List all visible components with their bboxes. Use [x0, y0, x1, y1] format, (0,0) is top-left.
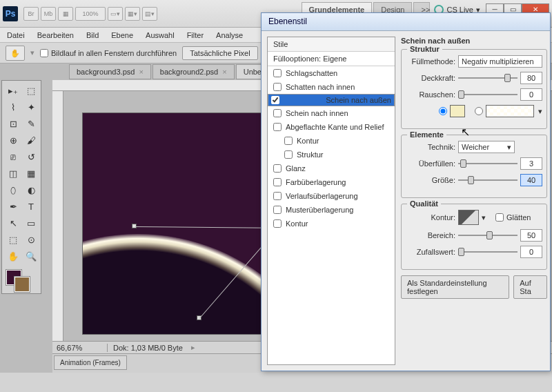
hand-tool[interactable]: ✋: [5, 249, 21, 264]
style-checkbox[interactable]: [284, 150, 293, 159]
jitter-slider[interactable]: [458, 246, 518, 257]
make-default-btn[interactable]: Als Standardeinstellung festlegen: [401, 275, 509, 299]
actual-pixels-btn[interactable]: Tatsächliche Pixel: [182, 46, 257, 60]
noise-value[interactable]: 0: [520, 88, 542, 101]
close-icon[interactable]: ×: [222, 68, 226, 76]
blur-tool[interactable]: ⬯: [5, 183, 21, 198]
style-checkbox[interactable]: [273, 83, 282, 91]
brush-tool[interactable]: 🖌: [23, 133, 39, 148]
style-checkbox[interactable]: [271, 96, 279, 104]
animation-tab[interactable]: Animation (Frames): [54, 355, 127, 370]
wand-tool[interactable]: ✦: [23, 100, 39, 115]
doc-tab-bg2[interactable]: background2.psd×: [152, 64, 235, 79]
3d-camera-tool[interactable]: ⊙: [23, 233, 39, 248]
fill-method-select[interactable]: Negativ multiplizieren: [458, 55, 542, 68]
style-verlaufs-berlagerung[interactable]: Verlaufsüberlagerung: [268, 189, 395, 203]
noise-slider[interactable]: [458, 89, 518, 100]
arrange-btn[interactable]: ▤▾: [142, 7, 157, 21]
eraser-tool[interactable]: ◫: [5, 166, 21, 182]
menu-bild[interactable]: Bild: [86, 31, 99, 39]
style-checkbox[interactable]: [273, 109, 282, 117]
spread-value[interactable]: 3: [520, 157, 542, 170]
zoom-tool[interactable]: 🔍: [23, 249, 39, 264]
style-checkbox[interactable]: [273, 178, 282, 186]
opacity-value[interactable]: 80: [520, 72, 542, 84]
style-schatten-nach-innen[interactable]: Schatten nach innen: [268, 80, 395, 94]
fill-options[interactable]: Füllooptionen: Eigene: [268, 52, 395, 66]
3d-tool[interactable]: ⬚: [5, 233, 21, 248]
menu-bearbeiten[interactable]: Bearbeiten: [37, 31, 74, 39]
style-checkbox[interactable]: [273, 123, 282, 131]
hand-tool-icon[interactable]: ✋: [6, 46, 25, 61]
ruler-vertical[interactable]: [52, 91, 63, 341]
fill-method-label: Füllmethode:: [406, 57, 455, 66]
style-checkbox[interactable]: [273, 206, 282, 214]
reset-default-btn[interactable]: Auf Sta: [513, 275, 547, 299]
menu-ebene[interactable]: Ebene: [111, 31, 133, 39]
minibridge-btn[interactable]: Mb: [41, 7, 56, 21]
range-slider[interactable]: [458, 230, 518, 241]
history-brush-tool[interactable]: ↺: [23, 150, 39, 165]
style-kontur[interactable]: Kontur: [268, 217, 395, 231]
move-tool[interactable]: ▸₊: [5, 84, 21, 99]
heal-tool[interactable]: ⊕: [5, 133, 21, 148]
opacity-slider[interactable]: [458, 72, 518, 84]
style-schein-nach-au-en[interactable]: Schein nach außen: [268, 94, 395, 106]
spread-slider[interactable]: [458, 158, 518, 169]
elemente-legend: Elemente: [407, 130, 446, 139]
glow-color[interactable]: [450, 105, 465, 117]
crop-tool[interactable]: ⊡: [5, 117, 21, 132]
lasso-tool[interactable]: ⌇: [5, 100, 21, 115]
style-abgeflachte-kante-und-relief[interactable]: Abgeflachte Kante und Relief: [268, 120, 395, 134]
technik-select[interactable]: Weicher▾: [458, 141, 515, 153]
glatten-checkbox[interactable]: Glätten: [495, 213, 531, 222]
gradient-picker[interactable]: [486, 105, 534, 117]
size-slider[interactable]: [458, 175, 518, 186]
style-struktur[interactable]: Struktur: [268, 148, 395, 161]
scroll-all-checkbox[interactable]: Bildlauf in allen Fenstern durchführen: [40, 49, 177, 57]
pen-tool[interactable]: ✒: [5, 199, 21, 215]
color-radio[interactable]: [439, 107, 447, 115]
stamp-tool[interactable]: ⎚: [5, 150, 21, 165]
view-docs-btn[interactable]: ▭▾: [108, 7, 123, 21]
canvas[interactable]: [83, 113, 290, 334]
bridge-btn[interactable]: Br: [23, 7, 39, 21]
style-farb-berlagerung[interactable]: Farbüberlagerung: [268, 175, 395, 189]
dodge-tool[interactable]: ◐: [23, 183, 39, 198]
extras-btn[interactable]: ▦: [58, 7, 73, 21]
menu-auswahl[interactable]: Auswahl: [146, 31, 175, 39]
close-icon[interactable]: ×: [139, 68, 143, 76]
style-muster-berlagerung[interactable]: Musterüberlagerung: [268, 203, 395, 217]
style-checkbox[interactable]: [273, 219, 282, 228]
doc-tab-bg3[interactable]: background3.psd×: [69, 64, 151, 79]
range-value[interactable]: 50: [520, 229, 542, 242]
screen-mode-btn[interactable]: ▦▾: [125, 7, 140, 21]
styles-header[interactable]: Stile: [268, 37, 395, 52]
style-checkbox[interactable]: [273, 69, 282, 77]
kontur-picker[interactable]: [458, 210, 479, 225]
dialog-title[interactable]: Ebenenstil: [262, 13, 550, 31]
path-select-tool[interactable]: ↖: [5, 216, 21, 231]
zoom-level[interactable]: 100%: [75, 7, 106, 21]
style-kontur[interactable]: Kontur: [268, 134, 395, 148]
menu-analyse[interactable]: Analyse: [216, 31, 243, 39]
style-schlagschatten[interactable]: Schlagschatten: [268, 66, 395, 80]
type-tool[interactable]: T: [23, 199, 39, 215]
menu-filter[interactable]: Filter: [187, 31, 204, 39]
style-checkbox[interactable]: [284, 137, 293, 145]
jitter-value[interactable]: 0: [520, 246, 542, 258]
style-schein-nach-innen[interactable]: Schein nach innen: [268, 106, 395, 120]
gradient-radio[interactable]: [475, 107, 483, 115]
gradient-tool[interactable]: ▦: [23, 166, 39, 182]
style-glanz[interactable]: Glanz: [268, 161, 395, 175]
style-checkbox[interactable]: [273, 192, 282, 200]
style-checkbox[interactable]: [273, 164, 282, 173]
zoom-value[interactable]: 66,67%: [52, 344, 108, 352]
eyedropper-tool[interactable]: ✎: [23, 117, 39, 132]
marquee-tool[interactable]: ⬚: [23, 84, 39, 99]
menu-datei[interactable]: Datei: [7, 31, 25, 39]
shape-tool[interactable]: ▭: [23, 216, 39, 231]
size-value[interactable]: 40: [520, 174, 542, 186]
background-color[interactable]: [14, 277, 30, 292]
color-swatches[interactable]: [5, 268, 39, 291]
